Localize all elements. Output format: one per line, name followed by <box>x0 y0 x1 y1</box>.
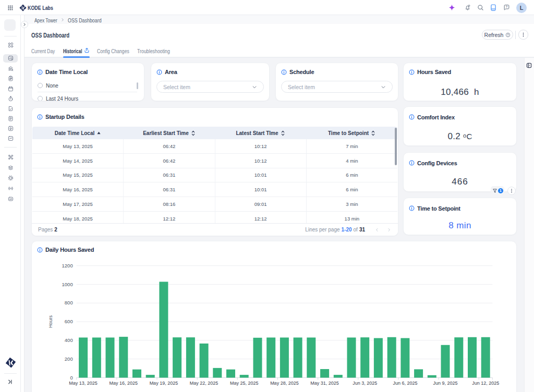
svg-text:Jun 9, 2025: Jun 9, 2025 <box>433 381 457 386</box>
svg-text:Jun 6, 2025: Jun 6, 2025 <box>393 381 417 386</box>
svg-text:May 31, 2025: May 31, 2025 <box>310 381 339 386</box>
svg-text:600: 600 <box>65 318 73 324</box>
svg-text:400: 400 <box>65 337 73 343</box>
svg-text:1000: 1000 <box>62 281 73 287</box>
svg-text:May 22, 2025: May 22, 2025 <box>190 381 219 386</box>
svg-text:1200: 1200 <box>62 263 73 268</box>
svg-text:May 13, 2025: May 13, 2025 <box>69 381 98 386</box>
svg-text:Hours: Hours <box>48 315 53 328</box>
svg-text:May 28, 2025: May 28, 2025 <box>270 381 299 386</box>
svg-text:0: 0 <box>70 375 72 381</box>
svg-text:May 19, 2025: May 19, 2025 <box>150 381 178 386</box>
svg-text:Jun 3, 2025: Jun 3, 2025 <box>353 381 377 386</box>
svg-text:200: 200 <box>65 356 73 362</box>
svg-text:800: 800 <box>65 300 73 305</box>
svg-text:?: ? <box>506 5 507 8</box>
svg-text:Jun 12, 2025: Jun 12, 2025 <box>472 381 499 386</box>
svg-text:May 25, 2025: May 25, 2025 <box>230 381 259 386</box>
svg-text:May 16, 2025: May 16, 2025 <box>110 381 138 386</box>
